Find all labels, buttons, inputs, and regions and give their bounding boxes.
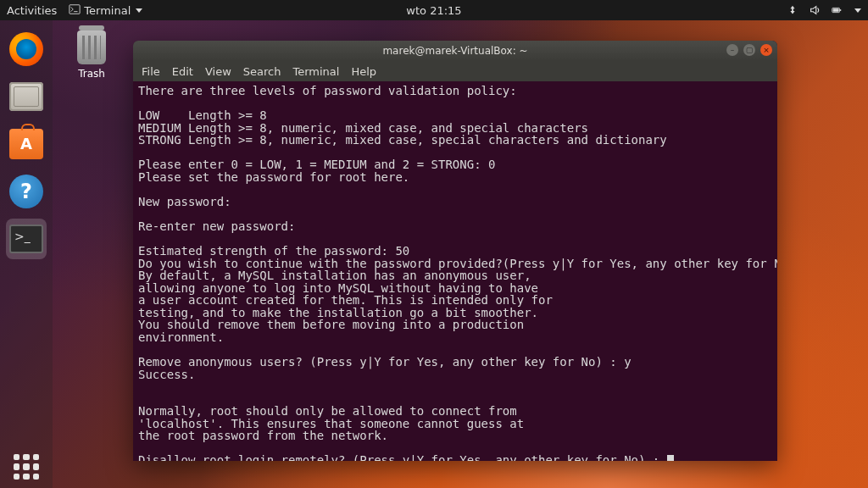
launcher-software[interactable] (6, 124, 47, 164)
launcher-firefox[interactable] (6, 29, 47, 69)
launcher-dock: ? >_ (0, 20, 53, 488)
svg-rect-2 (840, 9, 841, 11)
show-applications-button[interactable] (0, 454, 53, 480)
window-close-button[interactable]: × (760, 44, 772, 56)
software-icon (9, 129, 43, 159)
app-menu-terminal[interactable]: Terminal (69, 3, 142, 18)
terminal-icon (69, 3, 81, 18)
activities-button[interactable]: Activities (7, 4, 57, 17)
top-menu-bar: Activities Terminal wto 21:15 (0, 0, 868, 20)
menu-file[interactable]: File (142, 65, 160, 78)
window-title: marek@marek-VirtualBox: ~ (382, 45, 527, 57)
battery-icon[interactable] (831, 4, 843, 16)
terminal-cursor (667, 455, 674, 461)
terminal-icon: >_ (9, 225, 43, 253)
chevron-down-icon (136, 8, 142, 13)
menu-view[interactable]: View (205, 65, 231, 78)
files-icon (9, 82, 43, 111)
firefox-icon (9, 32, 43, 66)
volume-icon[interactable] (809, 4, 821, 16)
menu-search[interactable]: Search (243, 65, 281, 78)
window-minimize-button[interactable]: – (726, 44, 738, 56)
help-icon: ? (9, 175, 43, 208)
clock[interactable]: wto 21:15 (406, 4, 461, 17)
launcher-help[interactable]: ? (6, 171, 47, 212)
apps-grid-icon (14, 454, 39, 480)
launcher-files[interactable] (6, 76, 47, 117)
terminal-window: marek@marek-VirtualBox: ~ – ▢ × File Edi… (133, 41, 777, 461)
menu-help[interactable]: Help (351, 65, 376, 78)
trash-icon (77, 30, 106, 64)
system-menu-chevron-icon[interactable] (854, 8, 861, 13)
menu-edit[interactable]: Edit (172, 65, 193, 78)
window-maximize-button[interactable]: ▢ (743, 44, 755, 56)
desktop-trash-label: Trash (70, 68, 114, 80)
svg-rect-3 (833, 8, 839, 12)
menu-terminal[interactable]: Terminal (292, 65, 339, 78)
app-menu-label: Terminal (84, 4, 131, 17)
terminal-menubar: File Edit View Search Terminal Help (133, 61, 777, 81)
svg-rect-0 (70, 4, 80, 14)
network-icon[interactable] (787, 4, 798, 16)
terminal-output[interactable]: There are three levels of password valid… (133, 81, 777, 461)
launcher-terminal[interactable]: >_ (6, 219, 47, 259)
window-titlebar[interactable]: marek@marek-VirtualBox: ~ – ▢ × (133, 41, 777, 61)
desktop-trash[interactable]: Trash (70, 30, 114, 80)
